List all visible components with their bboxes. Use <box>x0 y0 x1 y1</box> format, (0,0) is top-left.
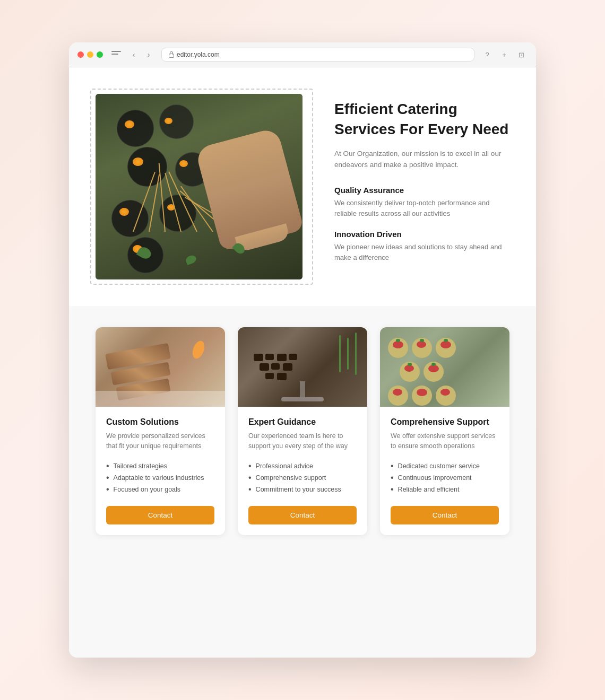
list-item: Dedicated customer service <box>391 460 499 472</box>
menu-button[interactable]: ⊡ <box>515 48 528 61</box>
canape-image <box>380 327 509 407</box>
tabs-icon[interactable] <box>111 51 121 58</box>
green-herb-2 <box>185 254 197 265</box>
orange-garnish <box>191 339 207 361</box>
question-button[interactable]: ? <box>481 48 494 61</box>
orange-food-1 <box>125 120 134 128</box>
browser-actions: ? + ⊡ <box>481 48 528 61</box>
choc-3 <box>277 354 287 361</box>
cards-section: Custom Solutions We provide personalized… <box>69 306 536 556</box>
hero-subtitle: At Our Organization, our mission is to e… <box>334 148 509 171</box>
card-1-list: Tailored strategies Adaptable to various… <box>106 460 214 495</box>
choc-1 <box>254 354 263 361</box>
canape-topping-5 <box>428 365 439 372</box>
feature-innovation: Innovation Driven We pioneer new ideas a… <box>334 230 509 263</box>
feature-innovation-title: Innovation Driven <box>334 230 509 239</box>
browser-window: ‹ › editor.yola.com ? + ⊡ <box>69 42 536 658</box>
canape-topping-3 <box>440 341 451 348</box>
address-bar[interactable]: editor.yola.com <box>161 48 474 62</box>
maximize-button[interactable] <box>97 51 103 58</box>
grilled-food-image <box>96 327 225 407</box>
card-1-desc: We provide personalized services that fi… <box>106 431 214 452</box>
card-3-body: Comprehensive Support We offer extensive… <box>380 407 509 535</box>
card-2-title: Expert Guidance <box>248 417 357 427</box>
card-2-list: Professional advice Comprehensive suppor… <box>248 460 357 495</box>
food-cup-3 <box>127 147 167 187</box>
hero-image <box>96 94 302 279</box>
card-3-image <box>380 327 509 407</box>
choc-9 <box>277 373 287 380</box>
orange-food-3 <box>133 158 143 166</box>
orange-food-5 <box>119 208 129 216</box>
add-tab-button[interactable]: + <box>498 48 511 61</box>
card-2-body: Expert Guidance Our experienced team is … <box>238 407 367 535</box>
green-stem-3 <box>339 335 341 372</box>
list-item: Professional advice <box>248 460 357 472</box>
canape-herb-2 <box>420 339 424 342</box>
list-item: Commitment to your success <box>248 484 357 495</box>
card-3-desc: We offer extensive support services to e… <box>391 431 499 452</box>
hero-title: Efficient Catering Services For Every Ne… <box>334 99 509 139</box>
choc-7 <box>283 363 292 371</box>
url-text: editor.yola.com <box>177 51 220 58</box>
list-item: Reliable and efficient <box>391 484 499 495</box>
orange-food-2 <box>165 118 172 124</box>
card-expert-guidance: Expert Guidance Our experienced team is … <box>238 327 367 535</box>
close-button[interactable] <box>77 51 84 58</box>
traffic-lights <box>77 51 103 58</box>
choc-4 <box>289 354 297 360</box>
card-1-title: Custom Solutions <box>106 417 214 427</box>
canape-topping-8 <box>440 389 450 396</box>
canape-herb-5 <box>431 363 436 366</box>
card-1-image <box>96 327 225 407</box>
hero-image-dashed-border <box>90 89 313 285</box>
green-stem-1 <box>355 332 357 375</box>
feature-innovation-desc: We pioneer new ideas and solutions to st… <box>334 242 509 263</box>
page-content: Efficient Catering Services For Every Ne… <box>69 67 536 658</box>
browser-chrome: ‹ › editor.yola.com ? + ⊡ <box>69 42 536 67</box>
minimize-button[interactable] <box>87 51 93 58</box>
feature-quality: Quality Assurance We consistently delive… <box>334 186 509 219</box>
canape-herb-4 <box>408 363 412 366</box>
dessert-image <box>238 327 367 407</box>
choc-2 <box>265 354 274 360</box>
card-1-contact-button[interactable]: Contact <box>106 506 214 524</box>
forward-button[interactable]: › <box>142 48 155 61</box>
card-2-image <box>238 327 367 407</box>
food-cup-1 <box>117 110 154 147</box>
white-plate <box>96 391 225 407</box>
lock-icon <box>168 51 174 58</box>
list-item: Adaptable to various industries <box>106 472 214 484</box>
dessert-stand <box>281 397 324 401</box>
canape-topping-1 <box>393 341 403 348</box>
food-background <box>96 94 302 279</box>
back-button[interactable]: ‹ <box>127 48 140 61</box>
card-3-title: Comprehensive Support <box>391 417 499 427</box>
card-1-body: Custom Solutions We provide personalized… <box>96 407 225 535</box>
card-3-list: Dedicated customer service Continuous im… <box>391 460 499 495</box>
card-3-contact-button[interactable]: Contact <box>391 506 499 524</box>
hero-text: Efficient Catering Services For Every Ne… <box>334 89 509 274</box>
orange-food-4 <box>179 160 188 167</box>
hero-image-container <box>96 89 308 285</box>
card-custom-solutions: Custom Solutions We provide personalized… <box>96 327 225 535</box>
canape-herb-3 <box>444 339 448 342</box>
feature-quality-title: Quality Assurance <box>334 186 509 195</box>
canape-herb-1 <box>396 339 400 342</box>
list-item: Comprehensive support <box>248 472 357 484</box>
choc-6 <box>271 363 280 370</box>
nav-buttons: ‹ › <box>127 48 155 61</box>
choc-5 <box>260 363 269 371</box>
feature-quality-desc: We consistently deliver top-notch perfor… <box>334 198 509 219</box>
canape-topping-7 <box>417 389 427 396</box>
card-2-desc: Our experienced team is here to support … <box>248 431 357 452</box>
choc-8 <box>265 373 274 379</box>
canape-topping-6 <box>393 389 402 396</box>
card-comprehensive-support: Comprehensive Support We offer extensive… <box>380 327 509 535</box>
hand-image <box>195 127 302 252</box>
list-item: Tailored strategies <box>106 460 214 472</box>
cards-grid: Custom Solutions We provide personalized… <box>96 327 509 535</box>
list-item: Continuous improvement <box>391 472 499 484</box>
green-stem-2 <box>347 338 349 370</box>
card-2-contact-button[interactable]: Contact <box>248 506 357 524</box>
